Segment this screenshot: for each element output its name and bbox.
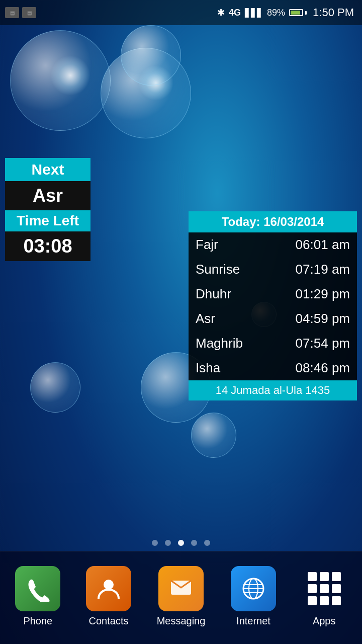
messaging-label: Messaging [157, 615, 206, 627]
prayer-row-time: 07:54 pm [296, 336, 350, 351]
bluetooth-icon: ✱ [217, 7, 225, 18]
prayer-widget-right[interactable]: Today: 16/03/2014 Fajr06:01 amSunrise07:… [189, 211, 357, 400]
status-left-icons: ▤ ▤ [5, 7, 36, 18]
clock: 1:50 PM [313, 6, 354, 19]
apps-label: Apps [313, 615, 336, 627]
battery-icon [289, 9, 307, 16]
date-header: Today: 16/03/2014 [189, 211, 357, 232]
prayer-row: Maghrib07:54 pm [189, 331, 357, 356]
page-dot-1[interactable] [165, 540, 171, 546]
prayer-row-time: 06:01 am [296, 237, 350, 253]
notification-icon-1: ▤ [5, 7, 19, 18]
signal-icon: ▋▋▋ [245, 8, 263, 18]
phone-icon [15, 566, 60, 611]
prayer-row-name: Isha [196, 360, 220, 376]
time-left-label: Time Left [5, 210, 90, 231]
notification-icon-2: ▤ [22, 7, 36, 18]
prayer-row-time: 01:29 pm [296, 286, 350, 302]
bubble-3 [121, 25, 181, 86]
prayer-row-time: 04:59 pm [296, 311, 350, 327]
bubble-6 [191, 413, 236, 458]
page-dot-3[interactable] [191, 540, 197, 546]
network-type: 4G [229, 8, 241, 18]
prayer-times-table: Fajr06:01 amSunrise07:19 amDhuhr01:29 pm… [189, 232, 357, 380]
dock: Phone Contacts Messaging [0, 551, 362, 644]
apps-icon [302, 566, 347, 611]
page-dot-2[interactable] [178, 540, 184, 546]
prayer-row: Isha08:46 pm [189, 356, 357, 380]
prayer-row: Sunrise07:19 am [189, 257, 357, 282]
dock-item-contacts[interactable]: Contacts [86, 566, 131, 627]
contacts-icon [86, 566, 131, 611]
status-bar: ▤ ▤ ✱ 4G ▋▋▋ 89% 1:50 PM [0, 0, 362, 25]
prayer-row-time: 08:46 pm [296, 360, 350, 376]
prayer-name: Asr [5, 181, 90, 210]
dock-item-phone[interactable]: Phone [15, 566, 60, 627]
prayer-row-time: 07:19 am [296, 262, 350, 277]
phone-label: Phone [23, 615, 52, 627]
prayer-row: Dhuhr01:29 pm [189, 282, 357, 306]
dock-item-internet[interactable]: Internet [231, 566, 276, 627]
prayer-row: Asr04:59 pm [189, 306, 357, 331]
page-indicators [0, 540, 362, 546]
dock-item-messaging[interactable]: Messaging [157, 566, 206, 627]
hijri-date: 14 Jumada al-Ula 1435 [189, 380, 357, 400]
messaging-icon [158, 566, 204, 611]
bubble-4 [30, 362, 80, 413]
internet-label: Internet [236, 615, 270, 627]
battery-percent: 89% [267, 8, 285, 18]
prayer-row-name: Asr [196, 311, 215, 327]
next-label: Next [5, 158, 90, 181]
status-right: ✱ 4G ▋▋▋ 89% 1:50 PM [217, 6, 354, 19]
prayer-row-name: Dhuhr [196, 286, 231, 302]
contacts-label: Contacts [89, 615, 129, 627]
prayer-row: Fajr06:01 am [189, 232, 357, 257]
prayer-widget-left[interactable]: Next Asr Time Left 03:08 [5, 158, 90, 261]
dock-item-apps[interactable]: Apps [302, 566, 347, 627]
time-left-value: 03:08 [5, 231, 90, 261]
prayer-row-name: Sunrise [196, 262, 240, 277]
page-dot-0[interactable] [152, 540, 158, 546]
internet-icon [231, 566, 276, 611]
prayer-row-name: Maghrib [196, 336, 243, 351]
svg-point-0 [104, 580, 114, 590]
page-dot-4[interactable] [204, 540, 210, 546]
glow-1 [50, 55, 90, 96]
prayer-row-name: Fajr [196, 237, 218, 253]
